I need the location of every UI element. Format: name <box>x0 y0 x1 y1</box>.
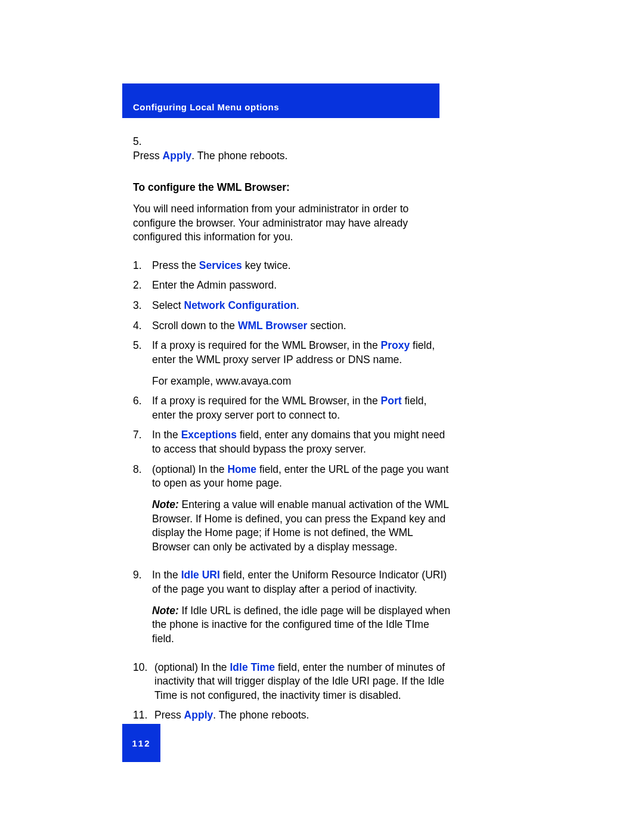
list-item: 4. Scroll down to the WML Browser sectio… <box>133 319 453 333</box>
list-item: 9. In the Idle URI field, enter the Unif… <box>133 568 453 646</box>
note-label: Note: <box>152 498 179 510</box>
list-number: 8. <box>133 463 152 555</box>
note-label: Note: <box>152 605 179 617</box>
list-number: 2. <box>133 278 152 293</box>
list-item: 3. Select Network Configuration. <box>133 299 453 313</box>
subsection-title: To configure the WML Browser: <box>133 181 453 195</box>
emph-apply: Apply <box>184 709 213 721</box>
list-body: If a proxy is required for the WML Brows… <box>152 339 453 388</box>
document-page: Configuring Local Menu options 5.Press A… <box>122 83 552 729</box>
page-number: 112 <box>132 738 150 748</box>
list-item: 8. (optional) In the Home field, enter t… <box>133 463 453 555</box>
list-number: 9. <box>133 568 152 646</box>
list-number: 11. <box>133 708 154 723</box>
list-item: 11. Press Apply. The phone reboots. <box>133 708 453 723</box>
spacer <box>133 560 453 568</box>
emph-port: Port <box>381 395 402 407</box>
note-paragraph: Note: If Idle URL is defined, the idle p… <box>152 604 453 646</box>
emph-idle-time: Idle Time <box>230 661 275 673</box>
example-text: For example, www.avaya.com <box>152 374 453 389</box>
list-number: 5. <box>133 339 152 388</box>
intro-paragraph: You will need information from your admi… <box>133 202 453 244</box>
list-item: 7. In the Exceptions field, enter any do… <box>133 428 453 456</box>
list-number: 7. <box>133 428 152 456</box>
list-number: 1. <box>133 259 152 273</box>
list-number: 10. <box>133 661 154 703</box>
emph-home: Home <box>227 463 256 475</box>
list-body: Enter the Admin password. <box>152 278 453 293</box>
note-paragraph: Note: Entering a value will enable manua… <box>152 498 453 555</box>
section-header-text: Configuring Local Menu options <box>133 102 279 112</box>
list-number: 3. <box>133 299 152 313</box>
list-body: In the Idle URI field, enter the Uniform… <box>152 568 453 646</box>
spacer <box>133 652 453 661</box>
list-number: 6. <box>133 394 152 422</box>
list-item: 5. If a proxy is required for the WML Br… <box>133 339 453 388</box>
list-item: 10. (optional) In the Idle Time field, e… <box>133 661 453 703</box>
step-5-resume: 5.Press Apply. The phone reboots. <box>133 135 453 163</box>
list-body: Press the Services key twice. <box>152 259 453 273</box>
list-body: Press Apply. The phone reboots. <box>154 708 453 723</box>
emph-apply: Apply <box>163 150 192 162</box>
list-body: (optional) In the Home field, enter the … <box>152 463 453 555</box>
ordered-list: 1. Press the Services key twice. 2. Ente… <box>133 259 453 723</box>
emph-proxy: Proxy <box>381 339 410 351</box>
section-header-bar: Configuring Local Menu options <box>122 83 439 118</box>
list-body: (optional) In the Idle Time field, enter… <box>154 661 453 703</box>
emph-wml-browser: WML Browser <box>238 320 307 332</box>
step-text: Press Apply. The phone reboots. <box>133 149 437 163</box>
step-number: 5. <box>133 135 151 149</box>
list-number: 4. <box>133 319 152 333</box>
emph-network-configuration: Network Configuration <box>184 299 297 311</box>
page-number-box: 112 <box>122 724 160 762</box>
emph-exceptions: Exceptions <box>181 429 237 441</box>
emph-idle-uri: Idle URI <box>181 569 220 581</box>
list-item: 2. Enter the Admin password. <box>133 278 453 293</box>
list-item: 6. If a proxy is required for the WML Br… <box>133 394 453 422</box>
list-body: Scroll down to the WML Browser section. <box>152 319 453 333</box>
emph-services: Services <box>199 259 242 271</box>
list-body: In the Exceptions field, enter any domai… <box>152 428 453 456</box>
list-body: Select Network Configuration. <box>152 299 453 313</box>
list-body: If a proxy is required for the WML Brows… <box>152 394 453 422</box>
list-item: 1. Press the Services key twice. <box>133 259 453 273</box>
content-area: 5.Press Apply. The phone reboots. To con… <box>122 118 453 723</box>
